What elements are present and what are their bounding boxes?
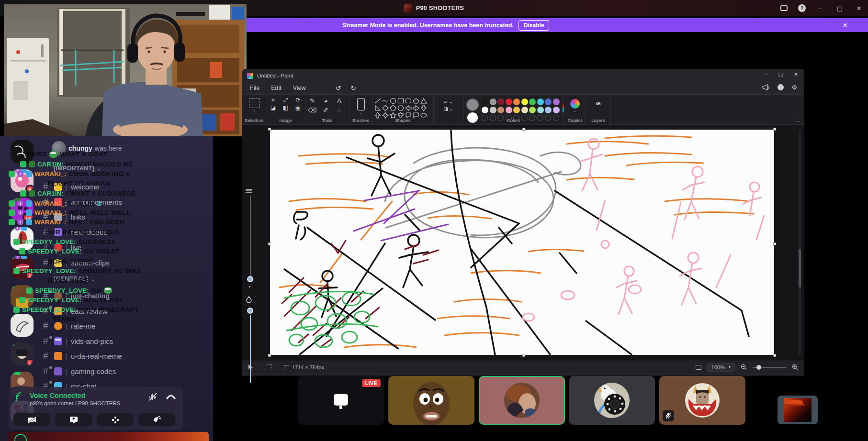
save-icon[interactable] <box>313 85 320 92</box>
shape-option[interactable] <box>374 105 382 111</box>
pencil-tool[interactable]: ✎ <box>308 97 317 105</box>
channel-item-vids-and-pics[interactable]: #|vids-and-pics <box>43 335 113 347</box>
shape-option[interactable] <box>390 105 397 111</box>
close-button[interactable]: ✕ <box>855 5 863 12</box>
flip-icon[interactable]: ◪ <box>268 104 279 111</box>
resize-handle[interactable] <box>773 243 776 245</box>
fill-tool[interactable]: ◕ <box>321 97 331 105</box>
palette-swatch[interactable] <box>513 107 520 113</box>
shape-option[interactable] <box>382 98 389 104</box>
shape-option[interactable] <box>405 98 412 104</box>
disable-streamer-mode-button[interactable]: Disable <box>519 20 550 31</box>
text-tool[interactable]: A <box>335 97 344 105</box>
image-options-icon[interactable]: ▣ <box>293 104 304 111</box>
palette-swatch[interactable] <box>513 99 520 105</box>
popout-icon[interactable] <box>780 5 788 11</box>
palette-swatch[interactable] <box>490 99 496 105</box>
video-tile-cartoon-face[interactable] <box>388 376 474 425</box>
mini-stream-tile[interactable] <box>778 396 818 424</box>
paint-restore-button[interactable]: ▢ <box>778 71 783 77</box>
palette-swatch[interactable] <box>545 107 552 113</box>
layers-icon[interactable]: ≋ <box>594 99 603 107</box>
shape-option[interactable] <box>374 98 382 104</box>
fit-to-window-icon[interactable] <box>696 365 701 370</box>
palette-swatch[interactable] <box>490 107 496 113</box>
redo-icon[interactable]: ↻ <box>347 84 360 92</box>
channel-item-just-chatting[interactable]: #|just-chatting <box>43 289 110 302</box>
server-icon[interactable]: 1 <box>11 227 34 250</box>
crop-icon[interactable]: ⌗ <box>268 97 279 103</box>
zoom-level-dropdown[interactable]: 100%▾ <box>707 363 735 372</box>
brushes-tool[interactable] <box>357 98 365 110</box>
menu-file[interactable]: File <box>245 83 264 93</box>
channel-category[interactable]: [IMPORTANT]⌄ <box>54 165 101 172</box>
palette-swatch[interactable] <box>521 99 528 105</box>
palette-swatch[interactable] <box>537 99 544 105</box>
shape-option[interactable] <box>405 105 412 111</box>
server-icon[interactable]: 61 <box>11 169 34 192</box>
paint-close-button[interactable]: ✕ <box>794 71 798 77</box>
magnifier-tool[interactable]: ◌ <box>335 106 344 115</box>
overlay-slider-2[interactable] <box>245 296 256 387</box>
eraser-tool[interactable]: ⌫ <box>308 106 317 115</box>
camera-off-button[interactable] <box>13 413 50 426</box>
minimize-button[interactable]: – <box>816 5 825 12</box>
channel-item-rate-me[interactable]: #|rate-me <box>43 320 96 332</box>
palette-swatch[interactable] <box>482 99 488 105</box>
video-tile-screenshare[interactable]: LIVE <box>298 376 384 425</box>
soundboard-button[interactable] <box>138 413 175 426</box>
select-tool[interactable] <box>249 99 259 108</box>
zoom-out-icon[interactable] <box>741 364 747 370</box>
maximize-button[interactable]: ▢ <box>835 5 844 12</box>
palette-swatch[interactable] <box>497 107 504 113</box>
video-tile-duck-figurine[interactable] <box>569 376 655 425</box>
help-icon[interactable]: ? <box>798 4 806 12</box>
color-picker-tool[interactable]: ✐ <box>321 106 331 115</box>
resize-handle[interactable] <box>268 354 271 357</box>
server-icon[interactable]: 1 <box>11 343 34 366</box>
resize-handle[interactable] <box>773 354 776 357</box>
noise-suppression-icon[interactable] <box>148 393 158 401</box>
channel-item-live[interactable]: #|live <box>43 241 81 254</box>
server-icon[interactable] <box>11 314 34 337</box>
shape-option[interactable] <box>397 105 405 111</box>
shape-option[interactable] <box>397 98 405 104</box>
channel-item-stream-clips[interactable]: #|stream-clips <box>43 256 110 269</box>
shape-option[interactable] <box>413 98 420 104</box>
palette-swatch[interactable] <box>497 99 504 105</box>
palette-swatch[interactable] <box>521 107 528 113</box>
resize-icon[interactable]: ⤢ <box>280 97 292 103</box>
paint-minimize-button[interactable]: – <box>765 71 767 77</box>
palette-swatch[interactable] <box>529 99 536 105</box>
feedback-icon[interactable] <box>762 84 770 90</box>
collapse-ribbon-chevron[interactable]: ⌄ <box>796 118 800 123</box>
shape-option[interactable] <box>420 105 428 111</box>
channel-item-u-da-real-meme[interactable]: #|u-da-real-meme <box>43 350 122 362</box>
resize-handle[interactable] <box>522 128 525 131</box>
channel-item-announcements[interactable]: #|announcements <box>43 196 122 208</box>
channel-item-gaming-codes[interactable]: #|gaming-codes <box>43 365 116 377</box>
screenshare-button[interactable] <box>55 413 92 426</box>
banner-close-icon[interactable]: ✕ <box>842 22 848 29</box>
paint-canvas[interactable] <box>270 130 774 355</box>
resize-handle[interactable] <box>268 243 271 245</box>
palette-swatch[interactable] <box>553 99 560 105</box>
edit-colors-wheel[interactable] <box>563 102 564 113</box>
video-tile-photo-avatar[interactable] <box>479 376 565 425</box>
channel-item-welcome[interactable]: #|welcome <box>43 180 99 193</box>
slider-thumb[interactable] <box>247 276 253 282</box>
menu-edit[interactable]: Edit <box>266 83 286 93</box>
menu-view[interactable]: View <box>288 83 311 93</box>
server-icon[interactable]: 21 <box>11 256 34 279</box>
channel-category[interactable]: [GENERAL]⌄ <box>54 276 95 282</box>
account-icon[interactable] <box>778 84 784 90</box>
shape-option[interactable] <box>413 105 420 111</box>
activities-button[interactable] <box>97 413 134 426</box>
shape-fill-dropdown[interactable]: ◨ ⌄ <box>443 106 453 111</box>
video-tile-oni-mask[interactable] <box>659 376 745 425</box>
flip-h-icon[interactable]: ◧ <box>280 104 292 111</box>
resize-handle[interactable] <box>773 128 776 131</box>
palette-swatch[interactable] <box>506 99 512 105</box>
palette-swatch[interactable] <box>529 107 536 113</box>
rotate-icon[interactable]: ⟳ <box>293 97 304 103</box>
